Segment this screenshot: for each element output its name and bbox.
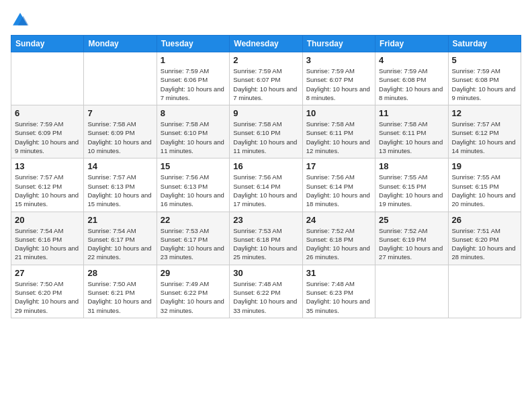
day-info: Sunrise: 7:52 AM Sunset: 6:19 PM Dayligh…	[379, 226, 444, 262]
day-of-week-friday: Friday	[375, 36, 448, 52]
day-number: 3	[306, 55, 371, 65]
day-of-week-tuesday: Tuesday	[157, 36, 229, 52]
day-info: Sunrise: 7:48 AM Sunset: 6:22 PM Dayligh…	[233, 279, 298, 315]
calendar-week-5: 27Sunrise: 7:50 AM Sunset: 6:20 PM Dayli…	[11, 265, 521, 318]
day-info: Sunrise: 7:50 AM Sunset: 6:21 PM Dayligh…	[87, 279, 152, 315]
day-number: 12	[452, 108, 517, 118]
calendar-cell: 26Sunrise: 7:51 AM Sunset: 6:20 PM Dayli…	[448, 212, 521, 265]
day-number: 18	[379, 161, 444, 171]
day-number: 17	[306, 161, 371, 171]
day-of-week-saturday: Saturday	[448, 36, 521, 52]
calendar-cell: 12Sunrise: 7:57 AM Sunset: 6:12 PM Dayli…	[448, 105, 521, 158]
day-info: Sunrise: 7:59 AM Sunset: 6:08 PM Dayligh…	[452, 66, 517, 102]
day-number: 7	[87, 108, 152, 118]
day-info: Sunrise: 7:57 AM Sunset: 6:13 PM Dayligh…	[87, 173, 152, 208]
day-info: Sunrise: 7:59 AM Sunset: 6:07 PM Dayligh…	[233, 66, 298, 102]
day-number: 11	[379, 108, 444, 118]
day-number: 27	[15, 268, 80, 278]
calendar-cell: 16Sunrise: 7:56 AM Sunset: 6:14 PM Dayli…	[230, 158, 302, 212]
calendar-cell: 7Sunrise: 7:58 AM Sunset: 6:09 PM Daylig…	[84, 105, 157, 158]
day-of-week-monday: Monday	[84, 36, 157, 52]
logo-icon	[11, 11, 30, 30]
day-number: 30	[233, 268, 298, 278]
calendar-cell: 14Sunrise: 7:57 AM Sunset: 6:13 PM Dayli…	[84, 158, 157, 212]
calendar-cell: 23Sunrise: 7:53 AM Sunset: 6:18 PM Dayli…	[230, 212, 302, 265]
day-info: Sunrise: 7:48 AM Sunset: 6:23 PM Dayligh…	[306, 279, 371, 315]
day-info: Sunrise: 7:51 AM Sunset: 6:20 PM Dayligh…	[452, 226, 517, 262]
calendar-cell: 13Sunrise: 7:57 AM Sunset: 6:12 PM Dayli…	[11, 158, 84, 212]
calendar-week-1: 1Sunrise: 7:59 AM Sunset: 6:06 PM Daylig…	[11, 52, 521, 105]
day-info: Sunrise: 7:54 AM Sunset: 6:16 PM Dayligh…	[15, 226, 80, 262]
day-info: Sunrise: 7:55 AM Sunset: 6:15 PM Dayligh…	[452, 173, 517, 208]
day-info: Sunrise: 7:56 AM Sunset: 6:14 PM Dayligh…	[233, 173, 298, 208]
calendar-cell: 9Sunrise: 7:58 AM Sunset: 6:10 PM Daylig…	[230, 105, 302, 158]
day-info: Sunrise: 7:52 AM Sunset: 6:18 PM Dayligh…	[306, 226, 371, 262]
calendar-week-4: 20Sunrise: 7:54 AM Sunset: 6:16 PM Dayli…	[11, 212, 521, 265]
day-number: 4	[379, 55, 444, 65]
calendar-cell: 2Sunrise: 7:59 AM Sunset: 6:07 PM Daylig…	[230, 52, 302, 105]
day-info: Sunrise: 7:58 AM Sunset: 6:10 PM Dayligh…	[233, 120, 298, 155]
day-info: Sunrise: 7:58 AM Sunset: 6:11 PM Dayligh…	[306, 120, 371, 155]
day-of-week-wednesday: Wednesday	[230, 36, 302, 52]
day-info: Sunrise: 7:59 AM Sunset: 6:09 PM Dayligh…	[15, 120, 80, 155]
calendar-cell	[84, 52, 157, 105]
day-number: 1	[161, 55, 226, 65]
day-number: 28	[87, 268, 152, 278]
day-number: 6	[15, 108, 80, 118]
calendar-cell: 8Sunrise: 7:58 AM Sunset: 6:10 PM Daylig…	[157, 105, 229, 158]
calendar-cell: 15Sunrise: 7:56 AM Sunset: 6:13 PM Dayli…	[157, 158, 229, 212]
day-info: Sunrise: 7:53 AM Sunset: 6:17 PM Dayligh…	[161, 226, 226, 262]
day-info: Sunrise: 7:56 AM Sunset: 6:14 PM Dayligh…	[306, 173, 371, 208]
calendar-cell: 1Sunrise: 7:59 AM Sunset: 6:06 PM Daylig…	[157, 52, 229, 105]
day-info: Sunrise: 7:58 AM Sunset: 6:10 PM Dayligh…	[161, 120, 226, 155]
day-number: 5	[452, 55, 517, 65]
calendar-table: SundayMondayTuesdayWednesdayThursdayFrid…	[11, 35, 521, 318]
calendar-cell: 28Sunrise: 7:50 AM Sunset: 6:21 PM Dayli…	[84, 265, 157, 318]
day-number: 2	[233, 55, 298, 65]
day-info: Sunrise: 7:56 AM Sunset: 6:13 PM Dayligh…	[161, 173, 226, 208]
day-info: Sunrise: 7:53 AM Sunset: 6:18 PM Dayligh…	[233, 226, 298, 262]
day-info: Sunrise: 7:57 AM Sunset: 6:12 PM Dayligh…	[15, 173, 80, 208]
day-of-week-thursday: Thursday	[302, 36, 375, 52]
day-number: 10	[306, 108, 371, 118]
day-number: 26	[452, 215, 517, 225]
day-number: 25	[379, 215, 444, 225]
page-header	[11, 11, 521, 30]
day-info: Sunrise: 7:59 AM Sunset: 6:06 PM Dayligh…	[161, 66, 226, 102]
day-number: 15	[161, 161, 226, 171]
day-info: Sunrise: 7:59 AM Sunset: 6:07 PM Dayligh…	[306, 66, 371, 102]
calendar-cell: 22Sunrise: 7:53 AM Sunset: 6:17 PM Dayli…	[157, 212, 229, 265]
day-number: 19	[452, 161, 517, 171]
calendar-cell	[448, 265, 521, 318]
calendar-cell: 3Sunrise: 7:59 AM Sunset: 6:07 PM Daylig…	[302, 52, 375, 105]
calendar-cell	[11, 52, 84, 105]
calendar-cell: 6Sunrise: 7:59 AM Sunset: 6:09 PM Daylig…	[11, 105, 84, 158]
calendar-cell: 30Sunrise: 7:48 AM Sunset: 6:22 PM Dayli…	[230, 265, 302, 318]
calendar-cell: 25Sunrise: 7:52 AM Sunset: 6:19 PM Dayli…	[375, 212, 448, 265]
calendar-cell: 27Sunrise: 7:50 AM Sunset: 6:20 PM Dayli…	[11, 265, 84, 318]
day-info: Sunrise: 7:58 AM Sunset: 6:11 PM Dayligh…	[379, 120, 444, 155]
day-number: 8	[161, 108, 226, 118]
day-number: 13	[15, 161, 80, 171]
calendar-cell: 17Sunrise: 7:56 AM Sunset: 6:14 PM Dayli…	[302, 158, 375, 212]
day-info: Sunrise: 7:58 AM Sunset: 6:09 PM Dayligh…	[87, 120, 152, 155]
calendar-cell: 10Sunrise: 7:58 AM Sunset: 6:11 PM Dayli…	[302, 105, 375, 158]
calendar-cell: 19Sunrise: 7:55 AM Sunset: 6:15 PM Dayli…	[448, 158, 521, 212]
calendar-cell: 20Sunrise: 7:54 AM Sunset: 6:16 PM Dayli…	[11, 212, 84, 265]
day-number: 24	[306, 215, 371, 225]
day-number: 22	[161, 215, 226, 225]
day-number: 9	[233, 108, 298, 118]
calendar-cell: 11Sunrise: 7:58 AM Sunset: 6:11 PM Dayli…	[375, 105, 448, 158]
calendar-cell: 4Sunrise: 7:59 AM Sunset: 6:08 PM Daylig…	[375, 52, 448, 105]
day-number: 31	[306, 268, 371, 278]
day-number: 23	[233, 215, 298, 225]
calendar-cell: 31Sunrise: 7:48 AM Sunset: 6:23 PM Dayli…	[302, 265, 375, 318]
calendar-week-3: 13Sunrise: 7:57 AM Sunset: 6:12 PM Dayli…	[11, 158, 521, 212]
day-info: Sunrise: 7:59 AM Sunset: 6:08 PM Dayligh…	[379, 66, 444, 102]
logo	[11, 11, 32, 30]
day-info: Sunrise: 7:55 AM Sunset: 6:15 PM Dayligh…	[379, 173, 444, 208]
calendar-cell: 21Sunrise: 7:54 AM Sunset: 6:17 PM Dayli…	[84, 212, 157, 265]
calendar-cell: 5Sunrise: 7:59 AM Sunset: 6:08 PM Daylig…	[448, 52, 521, 105]
calendar-week-2: 6Sunrise: 7:59 AM Sunset: 6:09 PM Daylig…	[11, 105, 521, 158]
calendar-cell: 29Sunrise: 7:49 AM Sunset: 6:22 PM Dayli…	[157, 265, 229, 318]
